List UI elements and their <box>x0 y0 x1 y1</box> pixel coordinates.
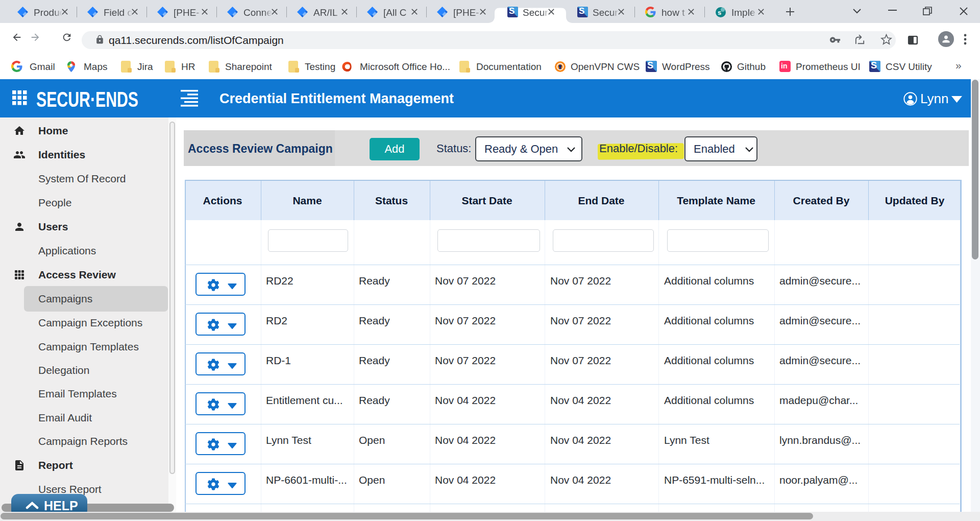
svg-text:SECUR·ENDS: SECUR·ENDS <box>36 87 138 110</box>
svg-text:s: s <box>718 9 721 16</box>
